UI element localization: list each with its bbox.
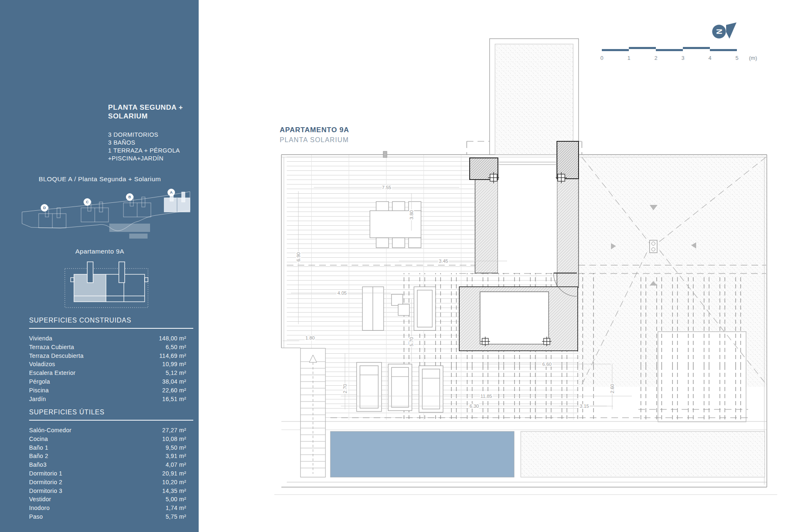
feature-list: 3 DORMITORIOS 3 BAÑOS 1 TERRAZA + PÉRGOL… xyxy=(108,131,180,163)
dim-label: 3.80 xyxy=(409,210,414,219)
row-value: 20,91 m² xyxy=(162,469,186,478)
info-sidebar: PLANTA SEGUNDA + SOLARIUM 3 DORMITORIOS … xyxy=(0,0,199,532)
row-label: Baño 1 xyxy=(29,443,48,452)
floor-plan-drawing: 7.55 3.80 6.90 3.45 4.05 1.80 5.70 2.70 … xyxy=(274,33,777,499)
dim-label: 4.05 xyxy=(337,291,347,296)
site-label-d: D xyxy=(43,206,46,210)
row-value: 22,60 m² xyxy=(162,386,186,395)
feature-baths: 3 BAÑOS xyxy=(108,139,180,147)
row-value: 148,00 m² xyxy=(159,334,186,343)
row-label: Pérgola xyxy=(29,377,50,386)
row-label: Baño3 xyxy=(29,461,47,469)
table-row: Baño 23,91 m² xyxy=(29,452,186,461)
dim-label: 7.55 xyxy=(382,185,391,190)
table-row: Terraza Descubierta114,69 m² xyxy=(29,352,186,360)
row-label: Terraza Descubierta xyxy=(29,352,84,360)
utiles-rows: Salón-Comedor27,27 m² Cocina10,08 m² Bañ… xyxy=(29,426,193,521)
table-row: Jardín16,51 m² xyxy=(29,395,186,404)
roof-drain xyxy=(650,240,657,253)
row-value: 1,74 m² xyxy=(165,504,186,512)
row-label: Terraza Cubierta xyxy=(29,343,74,352)
site-plan-diagram: D C B A xyxy=(19,186,191,244)
table-row: Pérgola38,04 m² xyxy=(29,377,186,386)
stair-tower xyxy=(490,39,579,155)
row-value: 114,69 m² xyxy=(159,352,186,360)
dim-label: 3.15 xyxy=(580,404,589,409)
utiles-heading: SUPERFICIES ÚTILES xyxy=(29,409,193,421)
dim-label: 11.85 xyxy=(480,394,492,399)
row-label: Escalera Exterior xyxy=(29,369,76,377)
sheet-title-line1: PLANTA SEGUNDA + xyxy=(108,103,183,112)
row-value: 6,50 m² xyxy=(165,343,186,352)
row-label: Dormitorio 3 xyxy=(29,487,62,495)
row-label: Voladizos xyxy=(29,360,55,369)
section-utiles: SUPERFICIES ÚTILES Salón-Comedor27,27 m²… xyxy=(29,409,193,521)
table-row: Dormitorio 314,35 m² xyxy=(29,487,186,495)
row-label: Dormitorio 2 xyxy=(29,478,62,487)
row-value: 5,12 m² xyxy=(165,369,186,377)
table-row: Terraza Cubierta6,50 m² xyxy=(29,343,186,352)
sun-lounger xyxy=(357,362,382,411)
row-value: 5,75 m² xyxy=(165,512,186,521)
row-label: Dormitorio 1 xyxy=(29,469,62,478)
dim-label: 2.70 xyxy=(342,384,347,393)
row-value: 5,00 m² xyxy=(165,495,186,504)
row-value: 10,08 m² xyxy=(162,435,186,443)
row-label: Vestidor xyxy=(29,495,51,504)
sun-lounger xyxy=(388,364,412,411)
sheet-title: PLANTA SEGUNDA + SOLARIUM xyxy=(108,103,183,121)
block-caption: BLOQUE A / Planta Segunda + Solarium xyxy=(12,175,187,183)
table-row: Inodoro1,74 m² xyxy=(29,504,186,512)
table-row: Dormitorio 120,91 m² xyxy=(29,469,186,478)
row-value: 10,99 m² xyxy=(162,360,186,369)
exterior-staircase xyxy=(300,348,325,477)
row-value: 9,50 m² xyxy=(165,443,186,452)
site-pool-deck xyxy=(109,224,150,232)
section-construidas: SUPERFICIES CONSTRUIDAS Vivienda148,00 m… xyxy=(29,317,193,403)
table-row: Vestidor5,00 m² xyxy=(29,495,186,504)
feature-terrace: 1 TERRAZA + PÉRGOLA xyxy=(108,147,180,155)
row-label: Vivienda xyxy=(29,334,52,343)
site-label-c: C xyxy=(86,200,89,204)
table-row: Vivienda148,00 m² xyxy=(29,334,186,343)
feature-bedrooms: 3 DORMITORIOS xyxy=(108,131,180,139)
row-label: Cocina xyxy=(29,435,48,443)
table-row: Baño34,07 m² xyxy=(29,461,186,469)
row-value: 10,20 m² xyxy=(162,478,186,487)
core-walls xyxy=(470,141,579,288)
construidas-heading: SUPERFICIES CONSTRUIDAS xyxy=(29,317,193,329)
table-row: Piscina22,60 m² xyxy=(29,386,186,395)
table-row: Escalera Exterior5,12 m² xyxy=(29,369,186,377)
side-table xyxy=(392,294,403,305)
site-label-b: B xyxy=(128,195,131,199)
dim-label: 2.60 xyxy=(610,384,615,393)
row-label: Inodoro xyxy=(29,504,50,512)
table-row: Cocina10,08 m² xyxy=(29,435,186,443)
core-lower-block xyxy=(459,287,578,351)
sheet-title-line2: SOLARIUM xyxy=(108,112,183,121)
pergola-slats-right xyxy=(638,274,748,420)
row-label: Piscina xyxy=(29,386,49,395)
row-label: Jardín xyxy=(29,395,46,404)
planter xyxy=(362,287,384,330)
feature-pool-garden: +PISCINA+JARDÍN xyxy=(108,155,180,163)
table-row: Paso5,75 m² xyxy=(29,512,186,521)
site-label-a: A xyxy=(170,190,173,195)
void-left-of-stairs xyxy=(281,348,300,490)
railing-post xyxy=(383,151,387,158)
unit-plan-diagram xyxy=(62,260,152,311)
row-value: 38,04 m² xyxy=(162,377,186,386)
row-label: Paso xyxy=(29,512,43,521)
apartment-caption: Apartamento 9A xyxy=(12,248,187,255)
dim-label: 6.30 xyxy=(470,404,479,409)
dining-table-set xyxy=(370,202,421,248)
garden-bed xyxy=(521,431,765,477)
dim-label: 6.60 xyxy=(542,362,552,367)
sun-lounger xyxy=(414,287,436,330)
dim-label: 3.45 xyxy=(439,259,448,264)
site-pool-deck-2 xyxy=(129,234,148,239)
dim-label: 1.80 xyxy=(305,335,315,340)
table-row: Salón-Comedor27,27 m² xyxy=(29,426,186,435)
sun-lounger xyxy=(419,366,443,412)
row-value: 16,51 m² xyxy=(162,395,186,404)
